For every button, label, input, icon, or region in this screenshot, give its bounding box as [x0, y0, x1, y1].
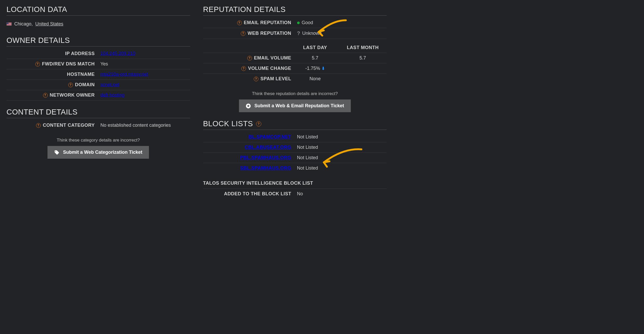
change-day: -1.75% [305, 66, 320, 71]
status-good-icon [297, 22, 300, 24]
row-spam-level: ?SPAM LEVEL None [203, 74, 387, 84]
cat-val: No established content categories [100, 123, 171, 128]
blocklist-status: Not Listed [297, 155, 318, 161]
location-country-link[interactable]: United States [35, 21, 63, 27]
reputation-heading: REPUTATION DETAILS [203, 5, 387, 16]
reputation-hint: Think these reputation details are incor… [203, 91, 387, 96]
rep-button-label: Submit a Web & Email Reputation Ticket [255, 103, 344, 109]
help-icon[interactable]: ? [247, 56, 252, 61]
help-icon[interactable]: ? [241, 66, 246, 71]
help-icon[interactable]: ? [43, 93, 48, 98]
col-day: LAST DAY [291, 45, 339, 50]
email-rep-val: Good [302, 20, 313, 25]
vol-day: 5.7 [291, 55, 339, 61]
row-added-blocklist: ADDED TO THE BLOCK LIST No [203, 189, 387, 199]
help-icon[interactable]: ? [254, 77, 258, 81]
host-link[interactable]: mta210a-ord.mtasv.net [100, 72, 148, 77]
blocklist-name-link[interactable]: SBL.SPAMHAUS.ORG [240, 165, 291, 171]
cat-button-label: Submit a Web Categorization Ticket [63, 150, 142, 155]
row-domain: ?DOMAIN scnet.net [6, 80, 190, 90]
talos-heading: TALOS SECURITY INTELLIGENCE BLOCK LIST [203, 176, 387, 189]
netowner-label: NETWORK OWNER [50, 92, 95, 98]
added-val: No [297, 191, 303, 197]
spam-label: SPAM LEVEL [261, 76, 291, 82]
help-icon[interactable]: ? [35, 62, 40, 66]
content-heading: CONTENT DETAILS [6, 108, 190, 118]
star-circle-icon [246, 103, 251, 109]
content-hint: Think these category details are incorre… [6, 138, 190, 143]
help-icon[interactable]: ? [36, 123, 41, 128]
vol-month: 5.7 [339, 55, 387, 61]
row-web-rep: ?WEB REPUTATION ? Unknown [203, 28, 387, 39]
location-city: Chicago, [14, 21, 33, 27]
location-row: Chicago, United States [6, 18, 190, 29]
col-month: LAST MONTH [339, 45, 387, 50]
left-column: LOCATION DATA Chicago, United States OWN… [6, 5, 190, 199]
blocklist-name-link[interactable]: BL.SPAMCOP.NET [249, 134, 291, 140]
down-arrow-icon: ⬇ [321, 66, 325, 71]
cat-label: CONTENT CATEGORY [43, 123, 95, 128]
tag-icon [54, 150, 59, 155]
blocklist-name-link[interactable]: CBL.ABUSEAT.ORG [245, 145, 291, 150]
dns-label: FWD/REV DNS MATCH [42, 61, 95, 67]
owner-heading: OWNER DETAILS [6, 36, 190, 46]
row-volume-change: ?VOLUME CHANGE -1.75% ⬇ [203, 63, 387, 74]
location-heading: LOCATION DATA [6, 5, 190, 16]
email-rep-label: EMAIL REPUTATION [244, 20, 291, 25]
ip-link[interactable]: 104.245.209.210 [100, 51, 135, 56]
submit-reputation-button[interactable]: Submit a Web & Email Reputation Ticket [239, 99, 351, 112]
blocklist-name-link[interactable]: PBL.SPAMHAUS.ORG [240, 155, 291, 161]
blocklist-status: Not Listed [297, 145, 318, 150]
block-heading-row: BLOCK LISTS ? [203, 119, 387, 130]
row-dns: ?FWD/REV DNS MATCH Yes [6, 59, 190, 69]
host-label: HOSTNAME [67, 72, 95, 77]
spam-day: None [291, 76, 339, 82]
rep-columns-header: LAST DAY LAST MONTH [203, 43, 387, 53]
blocklist-status: Not Listed [297, 134, 318, 140]
dns-val: Yes [100, 61, 108, 67]
blocklist-row: SBL.SPAMHAUS.ORGNot Listed [203, 163, 387, 173]
web-rep-val: Unknown [302, 31, 322, 36]
unknown-icon: ? [297, 30, 300, 36]
ip-label: IP ADDRESS [65, 51, 95, 56]
right-column: REPUTATION DETAILS ?EMAIL REPUTATION Goo… [203, 5, 387, 199]
row-host: HOSTNAME mta210a-ord.mtasv.net [6, 69, 190, 80]
blocklist-row: PBL.SPAMHAUS.ORGNot Listed [203, 153, 387, 163]
web-rep-label: WEB REPUTATION [248, 31, 291, 36]
blocklist-status: Not Listed [297, 165, 318, 171]
domain-link[interactable]: scnet.net [100, 82, 119, 88]
block-heading: BLOCK LISTS [203, 119, 253, 128]
row-ip: IP ADDRESS 104.245.209.210 [6, 49, 190, 59]
row-email-rep: ?EMAIL REPUTATION Good [203, 18, 387, 28]
submit-categorization-button[interactable]: Submit a Web Categorization Ticket [47, 146, 149, 159]
row-email-volume: ?EMAIL VOLUME 5.7 5.7 [203, 53, 387, 63]
vol-label: EMAIL VOLUME [254, 55, 291, 61]
us-flag-icon [6, 22, 12, 26]
help-icon[interactable]: ? [68, 83, 73, 87]
domain-label: DOMAIN [75, 82, 95, 88]
blocklist-row: BL.SPAMCOP.NETNot Listed [203, 132, 387, 142]
row-content-cat: ?CONTENT CATEGORY No established content… [6, 120, 190, 130]
help-icon[interactable]: ? [256, 121, 261, 126]
netowner-link[interactable]: deft hosting [100, 92, 125, 98]
help-icon[interactable]: ? [241, 31, 245, 36]
added-label: ADDED TO THE BLOCK LIST [224, 191, 291, 197]
change-label: VOLUME CHANGE [248, 66, 291, 71]
blocklist-row: CBL.ABUSEAT.ORGNot Listed [203, 142, 387, 153]
row-netowner: ?NETWORK OWNER deft hosting [6, 90, 190, 101]
help-icon[interactable]: ? [237, 21, 242, 25]
